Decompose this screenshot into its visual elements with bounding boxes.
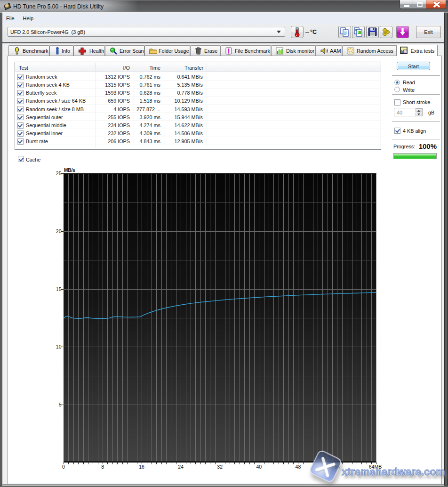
svg-text:16: 16 [139, 464, 144, 470]
svg-text:48: 48 [296, 464, 301, 470]
svg-text:25: 25 [56, 170, 62, 176]
svg-text:32: 32 [217, 464, 223, 470]
svg-text:5: 5 [59, 402, 62, 407]
svg-text:64MB: 64MB [369, 464, 382, 470]
svg-text:0: 0 [62, 464, 65, 470]
svg-text:40: 40 [256, 464, 262, 470]
svg-text:8: 8 [101, 464, 104, 470]
svg-text:MB/s: MB/s [64, 168, 75, 173]
svg-text:20: 20 [56, 228, 62, 234]
svg-text:56: 56 [335, 464, 340, 470]
svg-text:24: 24 [178, 464, 184, 470]
svg-text:10: 10 [56, 344, 62, 349]
svg-text:15: 15 [56, 286, 62, 292]
